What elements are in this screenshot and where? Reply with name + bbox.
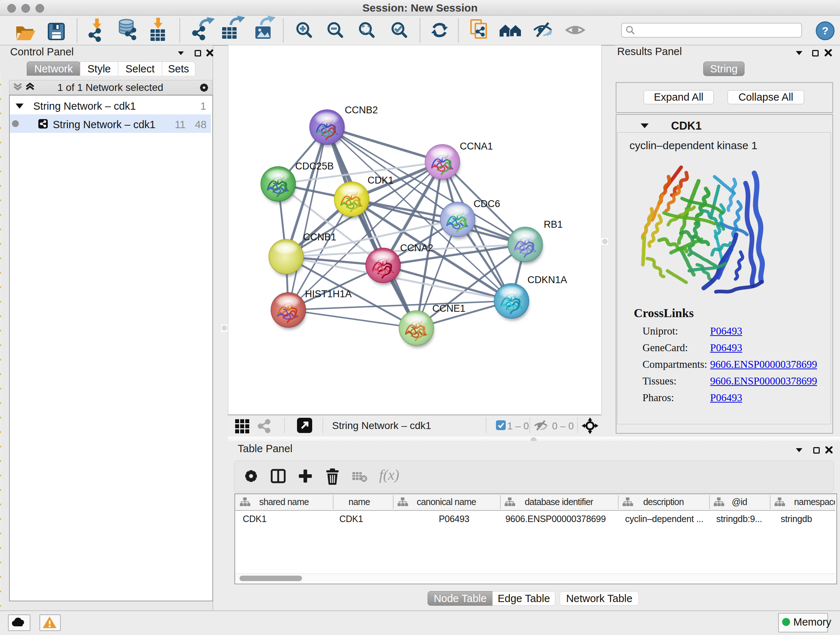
svg-text:CCNB1: CCNB1 (303, 232, 336, 242)
svg-text:HIST1H1A: HIST1H1A (305, 288, 352, 299)
svg-text:CCNE1: CCNE1 (432, 303, 466, 314)
svg-text:CCNA1: CCNA1 (460, 141, 493, 152)
svg-text:CDC6: CDC6 (474, 198, 500, 209)
svg-text:CDC25B: CDC25B (295, 161, 334, 172)
svg-text:CDK1: CDK1 (368, 175, 393, 186)
svg-text:CCNA2: CCNA2 (400, 242, 433, 253)
svg-text:CDKN1A: CDKN1A (527, 274, 567, 285)
svg-text:CCNB2: CCNB2 (345, 105, 378, 116)
svg-text:RB1: RB1 (544, 219, 563, 230)
